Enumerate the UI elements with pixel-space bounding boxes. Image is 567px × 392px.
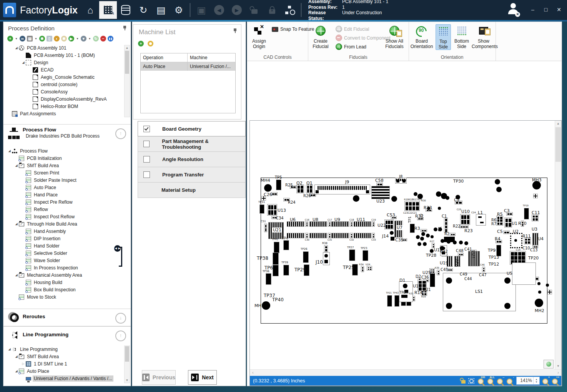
horizontal-scrollbar[interactable]: ‹›	[250, 369, 561, 376]
tree-item[interactable]: Auto Place	[4, 184, 125, 191]
assign-origin-button[interactable]: Assign Origin	[248, 24, 270, 49]
column-header-operation[interactable]: Operation	[141, 53, 188, 62]
tree-expander-icon[interactable]: ◢	[14, 46, 18, 50]
zoom-in-double-icon[interactable]: ++	[552, 377, 559, 384]
user-session-icon[interactable]: ✕	[505, 3, 521, 17]
settings-icon[interactable]: ✱	[61, 36, 67, 42]
tree-item[interactable]: Wave Solder	[4, 257, 125, 264]
collapse-section-button[interactable]: ↑	[115, 128, 126, 139]
tree-item[interactable]: Part Assignments	[4, 110, 125, 117]
process-definition-icon[interactable]	[99, 1, 117, 19]
tree-item[interactable]: Hand Assembly	[4, 228, 125, 235]
forward-icon[interactable]: ▶	[228, 1, 246, 19]
tree-item[interactable]: Solder Paste Inspect	[4, 176, 125, 184]
tree-item[interactable]: ConsoleAssy	[4, 88, 125, 95]
add-icon[interactable]: +	[7, 36, 13, 42]
tree-item[interactable]: In Process Inspection	[4, 264, 125, 271]
tree-item[interactable]: ◢PCB Assembly 101	[4, 44, 125, 51]
tree-expander-icon[interactable]: ▷	[21, 362, 25, 365]
tree-item[interactable]: ◢SMT Build Area	[4, 162, 125, 169]
maximize-button[interactable]: □	[542, 5, 550, 14]
checkbox[interactable]	[143, 126, 150, 132]
checkbox[interactable]	[143, 171, 150, 178]
tree-item[interactable]: ◢SMT Build Area	[4, 353, 125, 360]
show-components-button[interactable]: Show Components	[472, 24, 496, 49]
home-icon[interactable]: ⌂	[81, 1, 99, 19]
print-icon[interactable]: ▤	[27, 36, 33, 42]
previous-button[interactable]: Previous	[142, 370, 176, 385]
tree-item[interactable]: centroid (console)	[4, 81, 125, 88]
tree-scrollbar[interactable]: ▼	[124, 345, 130, 383]
sync-icon[interactable]: ↻	[135, 1, 152, 19]
expand-section-button[interactable]: ↓	[115, 313, 126, 324]
tree-item[interactable]: Helico-Rotor BOM	[4, 103, 125, 110]
close-button[interactable]: ✕	[555, 5, 563, 14]
tree-expander-icon[interactable]: ◢	[14, 164, 18, 167]
export-icon[interactable]: ▶	[68, 36, 74, 42]
zoom-lock-icon[interactable]	[461, 380, 466, 384]
tree-expander-icon[interactable]: ◢	[14, 355, 18, 358]
top-side-button[interactable]: Top Side	[436, 24, 451, 50]
minimize-button[interactable]: –	[529, 5, 537, 14]
checklist-item-program-transfer[interactable]: Program Transfer	[138, 167, 246, 183]
zoom-out-icon[interactable]: -	[507, 377, 514, 384]
tree-expander-icon[interactable]: ◢	[14, 273, 18, 277]
board-orientation-button[interactable]: Board Orientation	[409, 24, 434, 49]
pin-icon[interactable]	[233, 28, 237, 33]
tree-item[interactable]: Box Build Inspection	[4, 286, 125, 293]
back-icon[interactable]: ◀	[210, 1, 228, 19]
edit-fiducial-button[interactable]: Edit Fiducial	[336, 26, 369, 32]
zoom-all-icon[interactable]: ALL	[487, 377, 494, 384]
from-lead-button[interactable]: From Lead	[336, 43, 366, 50]
tree-item[interactable]: PCB Assembly 101 - 1 (BOM)	[4, 51, 125, 59]
tree-item[interactable]: Hand Place	[4, 191, 125, 198]
checklist-item-material-setup[interactable]: Material Setup	[138, 183, 246, 198]
tree-item[interactable]: DIP Insertion	[4, 235, 125, 242]
zoom-spinner-arrows[interactable]: ▲▼	[533, 377, 539, 384]
tree-item[interactable]: DisplayConsoleAssembly_RevA	[4, 95, 125, 103]
tree-item[interactable]: Universal Fuzion / Advantis / Vantis /..…	[4, 375, 125, 382]
tree-expander-icon[interactable]: ◢	[7, 347, 12, 351]
show-all-fiducials-button[interactable]: Show All Fiducials	[383, 24, 406, 49]
tree-expander-icon[interactable]: ◢	[14, 369, 18, 373]
tree-scrollbar[interactable]: ▲	[124, 45, 130, 117]
tree-item[interactable]: Screen Print	[4, 169, 125, 176]
zoom-window-icon[interactable]	[468, 378, 474, 384]
bottom-side-button[interactable]: Bottom Side	[452, 24, 472, 49]
collapse-section-button[interactable]: ↑	[115, 331, 126, 341]
board-globe-button[interactable]	[544, 360, 554, 369]
tree-item[interactable]: ◢Mechanical Assembly Area	[4, 271, 125, 279]
tree-item[interactable]: ◢Design	[4, 59, 125, 66]
dropdown-arrow-icon[interactable]: ▼	[88, 37, 91, 40]
zoom-100-icon[interactable]: 100	[478, 377, 485, 384]
checkbox[interactable]	[143, 141, 150, 147]
checklist-item-part-management-troubleshooting[interactable]: Part Management & Troubleshooting	[138, 136, 246, 152]
tree-item[interactable]: Aegis_Console Schematic	[4, 73, 125, 81]
pcb-canvas[interactable]: MH4TP5R25Q2Q1J9C58U23J8C26R26R24TP31U13C…	[250, 121, 555, 369]
machine-table-row[interactable]: Auto PlaceUniversal Fuzion /...	[141, 62, 235, 71]
checkbox[interactable]	[143, 156, 150, 163]
tree-item[interactable]: Selective Solder	[4, 249, 125, 257]
tree-item[interactable]: Reflow	[4, 206, 125, 213]
materials-icon[interactable]	[117, 1, 135, 19]
bell-icon[interactable]: ◗	[54, 36, 60, 42]
dropdown-arrow-icon[interactable]: ▼	[76, 37, 79, 40]
tree-expander-icon[interactable]: ◢	[7, 149, 12, 153]
sync-icon[interactable]: ↻	[93, 36, 99, 42]
unlock-icon[interactable]	[246, 1, 263, 19]
zoom-in-icon[interactable]: +	[542, 377, 549, 384]
tree-item[interactable]: Move to Stock	[4, 293, 125, 301]
presentation-icon[interactable]: ▯	[47, 36, 52, 42]
tree-expander-icon[interactable]: ◢	[14, 222, 18, 226]
add-machine-button[interactable]: +	[138, 41, 144, 47]
delete-icon[interactable]: ▾	[81, 36, 86, 42]
tree-item[interactable]: ▷1 DI SMT Line 1	[4, 360, 125, 367]
reports-icon[interactable]: ▤	[152, 1, 170, 19]
tree-expander-icon[interactable]: ◢	[21, 61, 25, 64]
checklist-item-board-geometry[interactable]: Board Geometry	[138, 121, 246, 136]
tree-item[interactable]: Housing Build	[4, 279, 125, 286]
tree-item[interactable]: ◢Through Hole Build Area	[4, 220, 125, 228]
machine-settings-icon[interactable]	[148, 41, 153, 47]
column-header-machine[interactable]: Machine	[188, 53, 234, 62]
lock-revoke-icon[interactable]	[263, 1, 281, 19]
